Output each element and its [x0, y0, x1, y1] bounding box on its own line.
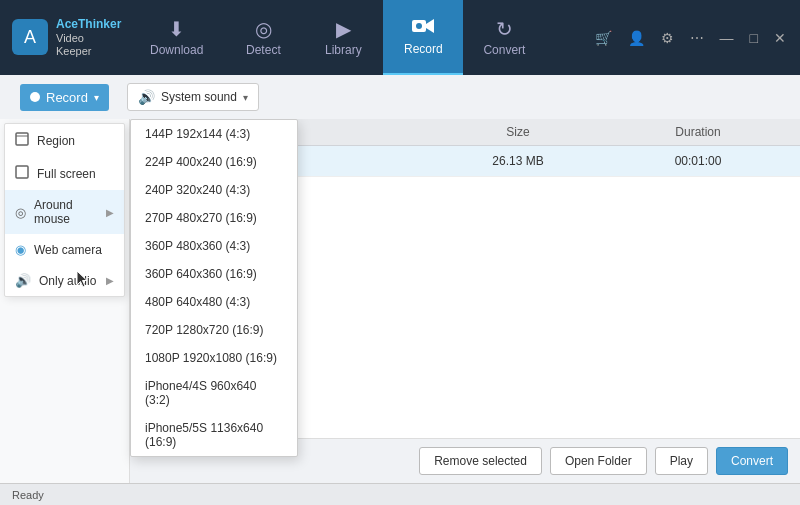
- logo-subtitle: Video Keeper: [56, 32, 121, 58]
- res-360p-169[interactable]: 360P 640x360 (16:9): [131, 260, 297, 288]
- resolution-popup: 144P 192x144 (4:3) 224P 400x240 (16:9) 2…: [130, 119, 298, 457]
- web-camera-icon: ◉: [15, 242, 26, 257]
- option-web-camera[interactable]: ◉ Web camera: [5, 234, 124, 265]
- user-icon[interactable]: 👤: [624, 28, 649, 48]
- tab-convert[interactable]: ↻ Convert: [463, 0, 545, 75]
- logo-title: AceThinker: [56, 17, 121, 31]
- res-iphone5[interactable]: iPhone5/5S 1136x640 (16:9): [131, 414, 297, 456]
- res-360p-43[interactable]: 360P 480x360 (4:3): [131, 232, 297, 260]
- region-icon: [15, 132, 29, 149]
- svg-rect-5: [16, 133, 28, 145]
- res-240p[interactable]: 240P 320x240 (4:3): [131, 176, 297, 204]
- menu-icon[interactable]: ⋯: [686, 28, 708, 48]
- tab-library-label: Library: [325, 43, 362, 57]
- svg-rect-7: [16, 166, 28, 178]
- around-mouse-icon: ◎: [15, 205, 26, 220]
- res-iphone4[interactable]: iPhone4/4S 960x640 (3:2): [131, 372, 297, 414]
- record-dropdown: Region Full screen ◎ Around mouse: [4, 123, 125, 297]
- detect-icon: ◎: [255, 19, 272, 39]
- cell-size: 26.13 MB: [428, 154, 608, 168]
- option-region[interactable]: Region: [5, 124, 124, 157]
- main-area: Record ▾ 🔊 System sound ▾: [0, 75, 800, 505]
- tab-library[interactable]: ▶ Library: [303, 0, 383, 75]
- logo-area: A AceThinker Video Keeper: [0, 17, 130, 58]
- minimize-icon[interactable]: —: [716, 28, 738, 48]
- res-224p[interactable]: 224P 400x240 (16:9): [131, 148, 297, 176]
- logo-text: AceThinker Video Keeper: [56, 17, 121, 58]
- sound-label: System sound: [161, 90, 237, 104]
- maximize-icon[interactable]: □: [746, 28, 762, 48]
- remove-selected-button[interactable]: Remove selected: [419, 447, 542, 475]
- sound-button[interactable]: 🔊 System sound ▾: [127, 83, 259, 111]
- nav-tabs: ⬇ Download ◎ Detect ▶ Library R: [130, 0, 581, 75]
- close-icon[interactable]: ✕: [770, 28, 790, 48]
- tab-detect-label: Detect: [246, 43, 281, 57]
- res-1080p[interactable]: 1080P 1920x1080 (16:9): [131, 344, 297, 372]
- tab-record[interactable]: Record: [383, 0, 463, 75]
- header: A AceThinker Video Keeper ⬇ Download ◎ D…: [0, 0, 800, 75]
- option-region-label: Region: [37, 134, 75, 148]
- res-270p[interactable]: 270P 480x270 (16:9): [131, 204, 297, 232]
- option-fullscreen[interactable]: Full screen: [5, 157, 124, 190]
- tab-detect[interactable]: ◎ Detect: [223, 0, 303, 75]
- download-icon: ⬇: [168, 19, 185, 39]
- option-fullscreen-label: Full screen: [37, 167, 96, 181]
- svg-marker-3: [426, 19, 434, 33]
- logo-icon: A: [12, 19, 48, 55]
- open-folder-button[interactable]: Open Folder: [550, 447, 647, 475]
- tab-convert-label: Convert: [483, 43, 525, 57]
- res-144p[interactable]: 144P 192x144 (4:3): [131, 120, 297, 148]
- cart-icon[interactable]: 🛒: [591, 28, 616, 48]
- tab-download-label: Download: [150, 43, 203, 57]
- option-web-camera-label: Web camera: [34, 243, 102, 257]
- col-duration-header: Duration: [608, 125, 788, 139]
- svg-point-4: [416, 23, 422, 29]
- sound-arrow-icon: ▾: [243, 92, 248, 103]
- record-arrow-icon: ▾: [94, 92, 99, 103]
- only-audio-arrow-icon: ▶: [106, 275, 114, 286]
- record-dot-icon: [30, 92, 40, 102]
- record-icon: [412, 17, 434, 38]
- play-button[interactable]: Play: [655, 447, 708, 475]
- convert-icon: ↻: [496, 19, 513, 39]
- option-only-audio[interactable]: 🔊 Only audio ▶: [5, 265, 124, 296]
- cell-duration: 00:01:00: [608, 154, 788, 168]
- only-audio-icon: 🔊: [15, 273, 31, 288]
- res-720p[interactable]: 720P 1280x720 (16:9): [131, 316, 297, 344]
- res-480p[interactable]: 480P 640x480 (4:3): [131, 288, 297, 316]
- svg-text:A: A: [24, 27, 36, 47]
- convert-button[interactable]: Convert: [716, 447, 788, 475]
- option-around-mouse[interactable]: ◎ Around mouse ▶: [5, 190, 124, 234]
- record-btn-label: Record: [46, 90, 88, 105]
- main-toolbar: Record ▾ 🔊 System sound ▾: [0, 75, 800, 119]
- header-actions: 🛒 👤 ⚙ ⋯ — □ ✕: [581, 28, 800, 48]
- option-around-mouse-label: Around mouse: [34, 198, 98, 226]
- sidebar: Region Full screen ◎ Around mouse: [0, 119, 130, 483]
- status-bar: Ready: [0, 483, 800, 505]
- tab-record-label: Record: [404, 42, 443, 56]
- around-mouse-arrow-icon: ▶: [106, 207, 114, 218]
- option-only-audio-label: Only audio: [39, 274, 98, 288]
- fullscreen-icon: [15, 165, 29, 182]
- record-button[interactable]: Record ▾: [20, 84, 109, 111]
- tab-download[interactable]: ⬇ Download: [130, 0, 223, 75]
- settings-icon[interactable]: ⚙: [657, 28, 678, 48]
- library-icon: ▶: [336, 19, 351, 39]
- speaker-icon: 🔊: [138, 89, 155, 105]
- col-size-header: Size: [428, 125, 608, 139]
- status-text: Ready: [12, 489, 44, 501]
